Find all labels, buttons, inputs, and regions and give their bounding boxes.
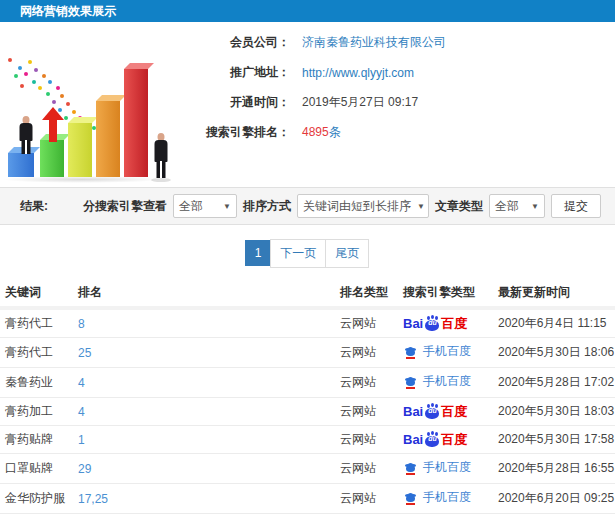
page-1-button[interactable]: 1	[245, 240, 272, 266]
chevron-down-icon: ▼	[217, 202, 231, 211]
baidu-mobile-label: 手机百度	[423, 489, 471, 506]
updated-cell: 2020年6月4日 11:15	[493, 308, 615, 338]
updated-cell: 2020年5月28日 16:55	[493, 454, 615, 484]
engine-type-cell: 手机百度	[398, 338, 493, 368]
article-type-select[interactable]: 全部 ▼	[489, 194, 545, 218]
baidu-mobile-label: 手机百度	[423, 373, 471, 390]
keyword-cell: 金华防护服	[0, 484, 73, 514]
bar-yellow	[68, 123, 92, 177]
updated-cell: 2020年5月30日 17:58	[493, 426, 615, 454]
rank-link[interactable]: 10	[73, 514, 335, 520]
engine-rank-row: 搜索引擎排名： 4895条	[180, 124, 610, 141]
engine-type-cell: 手机百度	[398, 368, 493, 398]
baidu-mobile-paw-icon	[403, 374, 418, 389]
page-title: 网络营销效果展示	[0, 0, 615, 22]
rank-type-cell: 云网站	[335, 368, 398, 398]
updated-cell: 2020年5月28日 17:02	[493, 368, 615, 398]
baidu-mobile-logo: 手机百度	[403, 373, 471, 390]
col-updated: 最新更新时间	[493, 278, 615, 308]
table-row: 金华防护服17,25云网站手机百度2020年6月20日 09:25	[0, 484, 615, 514]
baidu-paw-icon: du	[424, 316, 440, 331]
businessman-left-figure	[15, 116, 37, 154]
open-time-label: 开通时间：	[180, 94, 290, 111]
engine-type-cell: Baidu百度	[398, 426, 493, 454]
table-row: 膏药代工8云网站Baidu百度2020年6月4日 11:15	[0, 308, 615, 338]
rank-link[interactable]: 1	[73, 426, 335, 454]
engine-select[interactable]: 全部 ▼	[173, 194, 237, 218]
bar-orange	[96, 101, 120, 177]
baidu-mobile-logo: 手机百度	[403, 489, 471, 506]
ground-shadow	[2, 176, 162, 183]
rank-type-cell: 云网站	[335, 514, 398, 520]
keyword-cell: 口罩贴牌	[0, 454, 73, 484]
sort-select[interactable]: 关键词由短到长排序 ▼	[297, 194, 429, 218]
engine-rank-unit: 条	[329, 125, 341, 139]
baidu-mobile-paw-icon	[403, 344, 418, 359]
rank-type-cell: 云网站	[335, 454, 398, 484]
engine-type-cell: 手机百度	[398, 454, 493, 484]
promo-url-link[interactable]: http://www.qlyyjt.com	[302, 66, 414, 80]
baidu-paw-icon: du	[424, 432, 440, 447]
member-company-label: 会员公司：	[180, 34, 290, 51]
promo-url-row: 推广地址： http://www.qlyyjt.com	[180, 64, 610, 81]
bar-chart-illustration	[0, 30, 180, 185]
keyword-cell: 膏药加工	[0, 398, 73, 426]
results-table-body: 膏药代工8云网站Baidu百度2020年6月4日 11:15膏药代工25云网站手…	[0, 308, 615, 520]
chevron-down-icon: ▼	[525, 202, 539, 211]
table-row: 膏药贴牌1云网站Baidu百度2020年5月30日 17:58	[0, 426, 615, 454]
result-label: 结果:	[20, 198, 48, 215]
engine-select-value: 全部	[179, 198, 203, 215]
article-type-select-value: 全部	[495, 198, 519, 215]
rank-type-cell: 云网站	[335, 484, 398, 514]
engine-rank-label: 搜索引擎排名：	[180, 124, 290, 141]
rank-link[interactable]: 4	[73, 368, 335, 398]
updated-cell: 2020年6月4日 11:10	[493, 514, 615, 520]
baidu-mobile-paw-icon	[403, 490, 418, 505]
col-engine-type: 搜索引擎类型	[398, 278, 493, 308]
baidu-logo: Baidu百度	[403, 316, 467, 331]
sort-filter-label: 排序方式	[243, 198, 291, 215]
baidu-mobile-paw-icon	[403, 460, 418, 475]
article-type-label: 文章类型	[435, 198, 483, 215]
table-row: 膏药代工25云网站手机百度2020年5月30日 18:06	[0, 338, 615, 368]
rank-link[interactable]: 4	[73, 398, 335, 426]
promo-url-label: 推广地址：	[180, 64, 290, 81]
updated-cell: 2020年5月30日 18:03	[493, 398, 615, 426]
bar-blue	[8, 153, 34, 177]
engine-type-cell: Baidu百度	[398, 398, 493, 426]
keyword-cell: 秦鲁药业	[0, 368, 73, 398]
engine-type-cell: 手机百度	[398, 484, 493, 514]
updated-cell: 2020年6月20日 09:25	[493, 484, 615, 514]
rank-link[interactable]: 17,25	[73, 484, 335, 514]
baidu-mobile-label: 手机百度	[423, 459, 471, 476]
open-time-row: 开通时间： 2019年5月27日 09:17	[180, 94, 610, 111]
rank-link[interactable]: 29	[73, 454, 335, 484]
member-company-value[interactable]: 济南秦鲁药业科技有限公司	[302, 34, 446, 51]
baidu-logo: Baidu百度	[403, 404, 467, 419]
rank-link[interactable]: 8	[73, 308, 335, 338]
baidu-paw-icon: du	[424, 404, 440, 419]
rank-type-cell: 云网站	[335, 398, 398, 426]
engine-type-cell: 手机百度	[398, 514, 493, 520]
col-rank: 排名	[73, 278, 335, 308]
engine-filter-label: 分搜索引擎查看	[83, 198, 167, 215]
bar-green	[40, 140, 64, 177]
baidu-mobile-logo: 手机百度	[403, 459, 471, 476]
up-arrow-icon	[42, 107, 64, 143]
submit-button[interactable]: 提交	[551, 194, 601, 218]
table-row: 福建防护服10云网站手机百度2020年6月4日 11:10	[0, 514, 615, 520]
keyword-cell: 膏药代工	[0, 308, 73, 338]
table-row: 膏药加工4云网站Baidu百度2020年5月30日 18:03	[0, 398, 615, 426]
next-page-button[interactable]: 下一页	[270, 239, 326, 268]
rank-link[interactable]: 25	[73, 338, 335, 368]
table-row: 秦鲁药业4云网站手机百度2020年5月28日 17:02	[0, 368, 615, 398]
info-section: 会员公司： 济南秦鲁药业科技有限公司 推广地址： http://www.qlyy…	[0, 22, 615, 187]
last-page-button[interactable]: 尾页	[325, 239, 369, 268]
baidu-logo: Baidu百度	[403, 432, 467, 447]
businessman-right-figure	[150, 133, 172, 179]
table-header-row: 关键词 排名 排名类型 搜索引擎类型 最新更新时间	[0, 278, 615, 308]
keyword-cell: 膏药贴牌	[0, 426, 73, 454]
rank-type-cell: 云网站	[335, 308, 398, 338]
table-row: 口罩贴牌29云网站手机百度2020年5月28日 16:55	[0, 454, 615, 484]
updated-cell: 2020年5月30日 18:06	[493, 338, 615, 368]
